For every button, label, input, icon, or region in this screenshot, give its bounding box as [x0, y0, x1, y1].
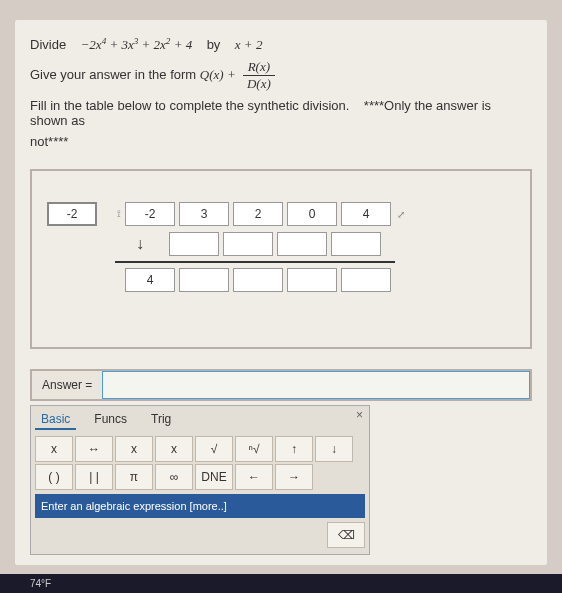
key-sqrt[interactable]: √ [195, 436, 233, 462]
syn-cell[interactable] [179, 268, 229, 292]
syn-cell[interactable] [341, 268, 391, 292]
syn-cell[interactable] [233, 268, 283, 292]
fill-label: Fill in the table below to complete the … [30, 98, 349, 113]
answer-input[interactable] [102, 371, 530, 399]
taskbar: 74°F [0, 574, 562, 593]
tab-basic[interactable]: Basic [35, 410, 76, 430]
syn-cell[interactable]: 3 [179, 202, 229, 226]
not-label: not [30, 134, 48, 149]
divisor: x + 2 [235, 37, 263, 52]
drag-handle-left[interactable]: ⟟ [117, 208, 121, 220]
form-intro: Give your answer in the form [30, 67, 196, 82]
key-row-1: x ↔ x x √ ⁿ√ ↑ ↓ [35, 436, 365, 462]
syn-row-3: 4 [47, 267, 515, 293]
key-pi[interactable]: π [115, 464, 153, 490]
fraction-rx-dx: R(x) D(x) [243, 59, 275, 92]
key-down[interactable]: ↓ [315, 436, 353, 462]
syn-left-value[interactable]: -2 [47, 202, 97, 226]
q-of-x: Q(x) + [200, 67, 239, 82]
key-row-3: Enter an algebraic expression [more..] [35, 492, 365, 518]
key-parens[interactable]: ( ) [35, 464, 73, 490]
syn-cell[interactable]: 4 [125, 268, 175, 292]
syn-cell[interactable] [223, 232, 273, 256]
info-bar[interactable]: Enter an algebraic expression [more..] [35, 494, 365, 518]
note-suffix: **** [48, 134, 68, 149]
note-prefix: **** [364, 98, 384, 113]
syn-cell[interactable] [331, 232, 381, 256]
syn-cell[interactable] [287, 268, 337, 292]
key-nroot[interactable]: ⁿ√ [235, 436, 273, 462]
syn-cell[interactable] [169, 232, 219, 256]
syn-cell[interactable]: 0 [287, 202, 337, 226]
syn-row-1: -2 ⟟ -2 3 2 0 4 ⤢ [47, 201, 515, 227]
key-infinity[interactable]: ∞ [155, 464, 193, 490]
tab-trig[interactable]: Trig [145, 410, 177, 430]
key-backspace[interactable]: ⌫ [327, 522, 365, 548]
key-left[interactable]: ← [235, 464, 273, 490]
answer-row: Answer = [30, 369, 532, 401]
key-row-4: ⌫ [35, 522, 365, 548]
key-row-2: ( ) | | π ∞ DNE ← → [35, 464, 365, 490]
drag-handle-right[interactable]: ⤢ [397, 209, 405, 220]
synthetic-division-box: -2 ⟟ -2 3 2 0 4 ⤢ ↓ 4 [30, 169, 532, 349]
key-right[interactable]: → [275, 464, 313, 490]
tab-funcs[interactable]: Funcs [88, 410, 133, 430]
arrow-down-icon: ↓ [136, 235, 144, 253]
key-dne[interactable]: DNE [195, 464, 233, 490]
by-label: by [207, 37, 221, 52]
close-icon[interactable]: × [356, 408, 363, 422]
divide-label: Divide [30, 37, 66, 52]
keypad-tabs: Basic Funcs Trig [35, 410, 365, 430]
syn-cell[interactable]: -2 [125, 202, 175, 226]
polynomial: −2x4 + 3x3 + 2x2 + 4 [81, 37, 193, 52]
syn-divider-line [115, 261, 395, 263]
syn-row-2: ↓ [47, 231, 515, 257]
syn-cell[interactable]: 4 [341, 202, 391, 226]
syn-cell[interactable] [277, 232, 327, 256]
syn-cell[interactable]: 2 [233, 202, 283, 226]
d-of-x: D(x) [243, 76, 275, 92]
keypad: × Basic Funcs Trig x ↔ x x √ ⁿ√ ↑ ↓ ( ) … [30, 405, 370, 555]
key-abs[interactable]: | | [75, 464, 113, 490]
answer-label: Answer = [32, 372, 102, 398]
key-x[interactable]: x [35, 436, 73, 462]
taskbar-temp: 74°F [30, 578, 51, 589]
r-of-x: R(x) [243, 59, 275, 76]
key-swap[interactable]: ↔ [75, 436, 113, 462]
key-up[interactable]: ↑ [275, 436, 313, 462]
key-x3[interactable]: x [155, 436, 193, 462]
key-x2[interactable]: x [115, 436, 153, 462]
